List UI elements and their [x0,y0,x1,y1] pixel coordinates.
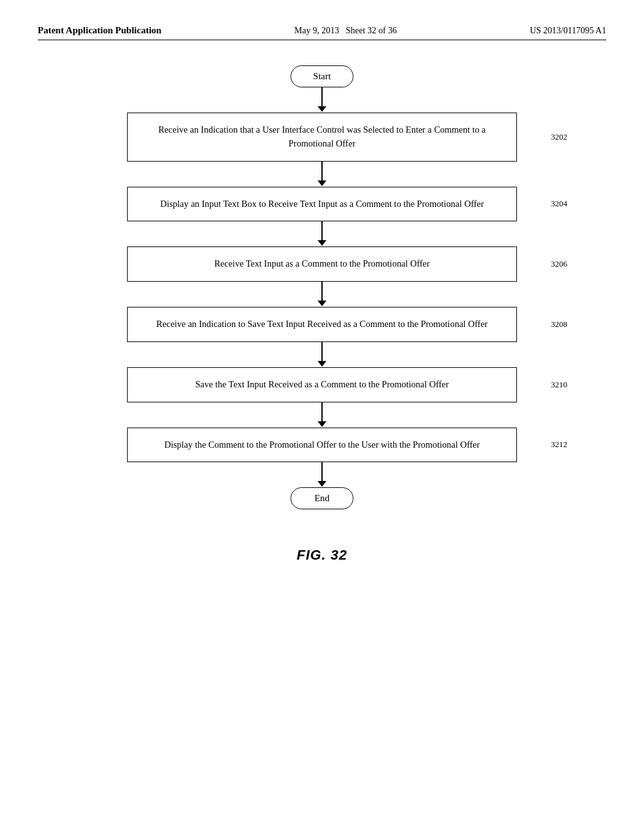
start-node: Start [291,65,353,87]
step-3208-row: Receive an Indication to Save Text Input… [127,307,517,342]
step-3206-label: 3206 [551,259,567,269]
step-3208-box: Receive an Indication to Save Text Input… [127,307,517,342]
date-label: May 9, 2013 [294,26,346,35]
arrow-3202-to-3204 [318,162,326,187]
arrow-start-to-3202 [318,87,326,113]
date-sheet-label: May 9, 2013 Sheet 32 of 36 [294,26,397,36]
publication-label: Patent Application Publication [38,25,162,36]
step-3212-label: 3212 [551,440,567,450]
end-node: End [291,487,353,509]
figure-caption: FIG. 32 [38,547,606,563]
step-3202-box: Receive an Indication that a User Interf… [127,113,517,162]
step-3202-row: Receive an Indication that a User Interf… [127,113,517,162]
arrow-3212-to-end [318,462,326,487]
step-3208-label: 3208 [551,319,567,329]
flowchart: Start Receive an Indication that a User … [38,65,606,509]
step-3204-row: Display an Input Text Box to Receive Tex… [127,187,517,222]
arrow-3206-to-3208 [318,282,326,307]
step-3204-box: Display an Input Text Box to Receive Tex… [127,187,517,222]
page-header: Patent Application Publication May 9, 20… [38,25,606,40]
page: Patent Application Publication May 9, 20… [0,0,644,830]
arrow-3204-to-3206 [318,221,326,246]
step-3212-row: Display the Comment to the Promotional O… [127,428,517,463]
step-3210-box: Save the Text Input Received as a Commen… [127,367,517,402]
step-3204-label: 3204 [551,199,567,209]
step-3212-box: Display the Comment to the Promotional O… [127,428,517,463]
patent-number-label: US 2013/0117095 A1 [530,26,606,36]
step-3210-row: Save the Text Input Received as a Commen… [127,367,517,402]
step-3202-label: 3202 [551,132,567,142]
arrow-3210-to-3212 [318,402,326,428]
step-3206-box: Receive Text Input as a Comment to the P… [127,246,517,282]
sheet-label: Sheet 32 of 36 [346,26,397,35]
step-3206-row: Receive Text Input as a Comment to the P… [127,246,517,282]
step-3210-label: 3210 [551,380,567,390]
arrow-3208-to-3210 [318,342,326,367]
